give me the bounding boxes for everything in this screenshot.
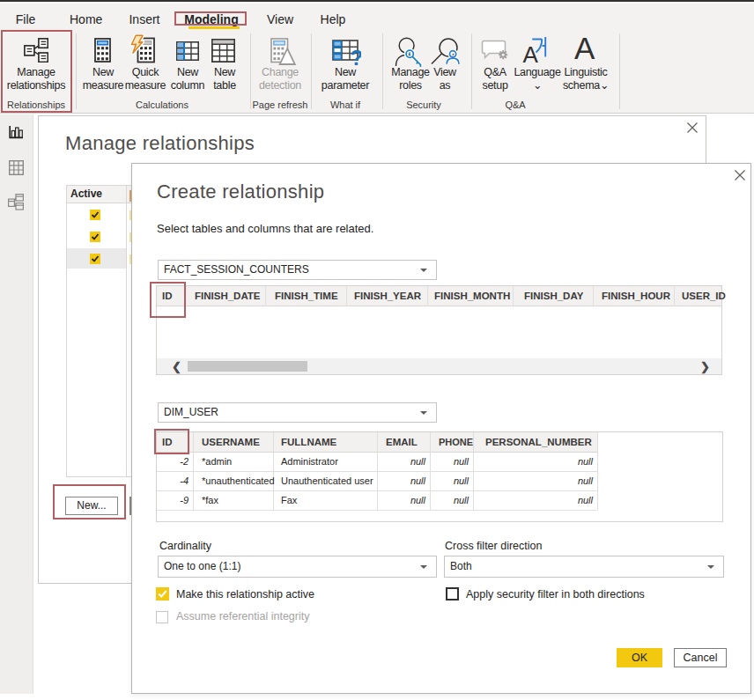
svg-text:?: ? [351,46,362,66]
